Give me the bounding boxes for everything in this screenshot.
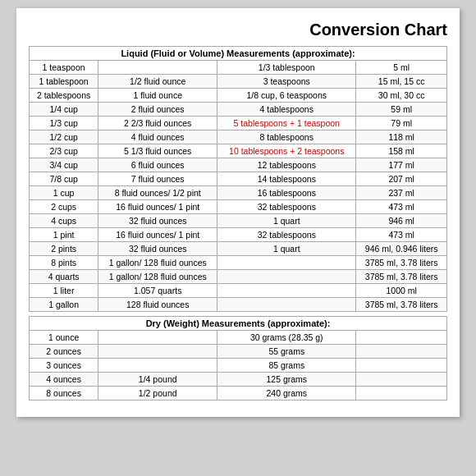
table-cell: 16 fluid ounces/ 1 pint — [98, 228, 217, 242]
table-cell: 32 tablespoons — [217, 200, 356, 214]
table-cell — [98, 345, 217, 359]
table-cell: 5 1/3 fluid ounces — [98, 144, 217, 158]
table-cell: 16 tablespoons — [217, 186, 356, 200]
table-cell: 8 pints — [30, 256, 98, 270]
table-cell: 4 fluid ounces — [98, 130, 217, 144]
conversion-table: Liquid (Fluid or Volume) Measurements (a… — [29, 46, 447, 400]
table-cell: 946 ml, 0.946 liters — [356, 242, 447, 256]
table-cell: 7 fluid ounces — [98, 172, 217, 186]
table-cell: 32 fluid ounces — [98, 214, 217, 228]
table-cell: 3785 ml, 3.78 liters — [356, 270, 447, 284]
table-cell — [356, 359, 447, 373]
table-cell — [98, 331, 217, 345]
table-cell — [98, 61, 217, 75]
table-cell: 16 fluid ounces/ 1 pint — [98, 200, 217, 214]
table-cell: 2 ounces — [30, 345, 98, 359]
table-cell: 30 ml, 30 cc — [356, 89, 447, 103]
table-cell: 79 ml — [356, 117, 447, 130]
table-cell: 2 tablespoons — [30, 89, 98, 103]
table-cell: 1.057 quarts — [98, 284, 217, 298]
table-cell: 1 gallon/ 128 fluid ounces — [98, 270, 217, 284]
table-cell: 3785 ml, 3.78 liters — [356, 256, 447, 270]
table-cell: 6 fluid ounces — [98, 158, 217, 172]
table-cell: 1 quart — [217, 214, 356, 228]
table-cell — [217, 256, 356, 270]
table-cell: 1 fluid ounce — [98, 89, 217, 103]
table-cell: 1 cup — [30, 186, 98, 200]
table-cell: 7/8 cup — [30, 172, 98, 186]
table-cell: 1 quart — [217, 242, 356, 256]
table-cell: 1 teaspoon — [30, 61, 98, 75]
table-cell: 10 tablespoons + 2 teaspoons — [217, 144, 356, 158]
table-cell — [356, 331, 447, 345]
table-cell: 1/2 fluid ounce — [98, 75, 217, 89]
table-cell: 15 ml, 15 cc — [356, 75, 447, 89]
table-cell: 30 grams (28.35 g) — [217, 331, 356, 345]
table-cell: 1 pint — [30, 228, 98, 242]
table-cell: 1 liter — [30, 284, 98, 298]
table-cell: 3 ounces — [30, 359, 98, 373]
table-cell: 4 tablespoons — [217, 103, 356, 117]
table-cell: 946 ml — [356, 214, 447, 228]
table-cell: 128 fluid ounces — [98, 298, 217, 312]
table-cell: 1000 ml — [356, 284, 447, 298]
table-cell — [217, 270, 356, 284]
table-cell: 5 ml — [356, 61, 447, 75]
table-cell: 5 tablespoons + 1 teaspoon — [217, 117, 356, 130]
table-cell: 32 tablespoons — [217, 228, 356, 242]
table-cell: 3 teaspoons — [217, 75, 356, 89]
table-cell: 12 tablespoons — [217, 158, 356, 172]
table-cell: 2 pints — [30, 242, 98, 256]
table-cell: 1/2 cup — [30, 130, 98, 144]
table-cell: 1/3 cup — [30, 117, 98, 130]
table-cell — [217, 298, 356, 312]
table-cell: 4 cups — [30, 214, 98, 228]
table-cell: 1/4 cup — [30, 103, 98, 117]
table-cell: 1/8 cup, 6 teaspoons — [217, 89, 356, 103]
table-cell: 207 ml — [356, 172, 447, 186]
table-cell: 2/3 cup — [30, 144, 98, 158]
table-cell: 3/4 cup — [30, 158, 98, 172]
table-cell: 85 grams — [217, 359, 356, 373]
table-cell: 473 ml — [356, 228, 447, 242]
table-cell: 2 fluid ounces — [98, 103, 217, 117]
table-cell: 1/2 pound — [98, 387, 217, 400]
table-cell — [356, 373, 447, 387]
table-cell — [356, 345, 447, 359]
table-cell — [98, 359, 217, 373]
page: Conversion Chart Liquid (Fluid or Volume… — [16, 8, 460, 417]
table-cell: 1 ounce — [30, 331, 98, 345]
table-cell: 55 grams — [217, 345, 356, 359]
table-cell — [217, 284, 356, 298]
table-cell: 4 quarts — [30, 270, 98, 284]
table-cell: 1 gallon — [30, 298, 98, 312]
table-cell: 237 ml — [356, 186, 447, 200]
table-cell: 1 gallon/ 128 fluid ounces — [98, 256, 217, 270]
table-cell: 32 fluid ounces — [98, 242, 217, 256]
table-cell: 3785 ml, 3.78 liters — [356, 298, 447, 312]
table-cell — [356, 387, 447, 400]
table-cell: 177 ml — [356, 158, 447, 172]
table-cell: 8 fluid ounces/ 1/2 pint — [98, 186, 217, 200]
table-cell: 473 ml — [356, 200, 447, 214]
table-cell: 59 ml — [356, 103, 447, 117]
table-cell: 240 grams — [217, 387, 356, 400]
table-cell: 4 ounces — [30, 373, 98, 387]
table-cell: 118 ml — [356, 130, 447, 144]
table-cell: 125 grams — [217, 373, 356, 387]
table-cell: 1/3 tablespoon — [217, 61, 356, 75]
table-cell: 1 tablespoon — [30, 75, 98, 89]
table-cell: 8 ounces — [30, 387, 98, 400]
table-cell: 158 ml — [356, 144, 447, 158]
table-cell: 2 2/3 fluid ounces — [98, 117, 217, 130]
table-cell: 14 tablespoons — [217, 172, 356, 186]
page-title: Conversion Chart — [29, 21, 447, 39]
table-cell: 8 tablespoons — [217, 130, 356, 144]
table-cell: 1/4 pound — [98, 373, 217, 387]
table-cell: 2 cups — [30, 200, 98, 214]
